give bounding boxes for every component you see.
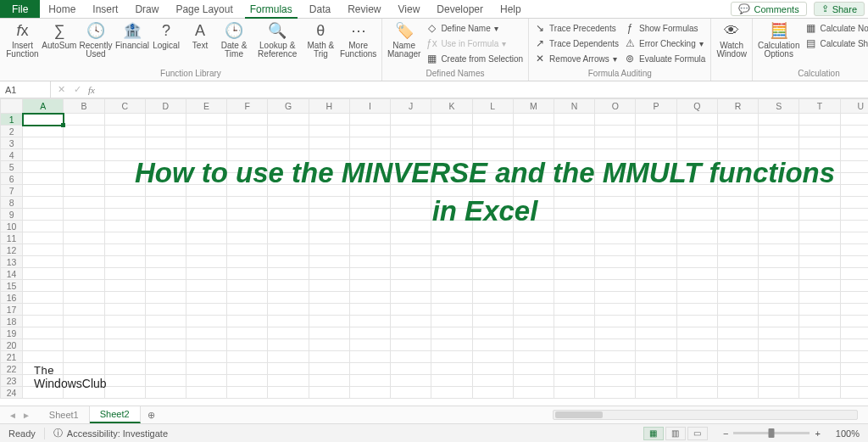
cell[interactable] <box>636 173 676 185</box>
cell[interactable] <box>431 232 472 244</box>
cell[interactable] <box>554 375 594 387</box>
cell[interactable] <box>636 351 676 363</box>
cell[interactable] <box>554 197 594 209</box>
cell[interactable] <box>268 149 309 161</box>
cell[interactable] <box>676 114 717 126</box>
cell[interactable] <box>636 316 676 327</box>
cell[interactable] <box>513 209 554 221</box>
cell[interactable] <box>717 173 758 185</box>
tab-home[interactable]: Home <box>40 0 84 18</box>
cell[interactable] <box>759 256 799 268</box>
evaluate-formula-button[interactable]: ⊚Evaluate Formula <box>624 52 705 65</box>
cell[interactable] <box>309 221 349 232</box>
cell[interactable] <box>186 126 227 137</box>
cell[interactable] <box>268 280 309 292</box>
cell[interactable] <box>23 197 64 209</box>
cell[interactable] <box>759 149 799 161</box>
cell[interactable] <box>799 114 840 126</box>
cell[interactable] <box>145 244 186 256</box>
cell[interactable] <box>759 363 799 375</box>
cell[interactable] <box>799 209 840 221</box>
cell[interactable] <box>391 244 431 256</box>
cell[interactable] <box>145 232 186 244</box>
cell[interactable] <box>554 363 594 375</box>
cell[interactable] <box>799 137 840 149</box>
cell[interactable] <box>23 327 64 339</box>
cell[interactable] <box>513 339 554 351</box>
cell[interactable] <box>349 221 390 232</box>
formula-input[interactable] <box>100 81 868 98</box>
cell[interactable] <box>64 339 104 351</box>
cell[interactable] <box>431 304 472 316</box>
cell[interactable] <box>799 221 840 232</box>
cell[interactable] <box>23 280 64 292</box>
cell[interactable] <box>636 185 676 197</box>
cell[interactable] <box>759 137 799 149</box>
create-from-selection-button[interactable]: ▦Create from Selection <box>426 52 523 65</box>
cell[interactable] <box>391 268 431 280</box>
cell[interactable] <box>64 114 104 126</box>
cell[interactable] <box>513 327 554 339</box>
cell[interactable] <box>23 256 64 268</box>
cell[interactable] <box>799 280 840 292</box>
cell[interactable] <box>472 280 513 292</box>
cell[interactable] <box>595 209 636 221</box>
cell[interactable] <box>595 327 636 339</box>
trace-dependents-button[interactable]: ↗Trace Dependents <box>534 36 619 50</box>
cell[interactable] <box>840 339 868 351</box>
cell[interactable] <box>309 137 349 149</box>
cell[interactable] <box>840 304 868 316</box>
cell[interactable] <box>717 197 758 209</box>
cell[interactable] <box>309 351 349 363</box>
cell[interactable] <box>554 221 594 232</box>
cell[interactable] <box>349 161 390 173</box>
cell[interactable] <box>268 197 309 209</box>
cell[interactable] <box>554 126 594 137</box>
cell[interactable] <box>513 316 554 327</box>
cell[interactable] <box>431 173 472 185</box>
cell[interactable] <box>64 197 104 209</box>
cell[interactable] <box>676 268 717 280</box>
cell[interactable] <box>676 339 717 351</box>
cell[interactable] <box>104 327 145 339</box>
tab-insert[interactable]: Insert <box>84 0 126 18</box>
cell[interactable] <box>268 185 309 197</box>
cell[interactable] <box>636 161 676 173</box>
row-header[interactable]: 9 <box>1 209 23 221</box>
cell[interactable] <box>840 375 868 387</box>
cell[interactable] <box>840 232 868 244</box>
col-header[interactable]: H <box>309 99 349 114</box>
cell[interactable] <box>145 185 186 197</box>
cell[interactable] <box>104 351 145 363</box>
cell[interactable] <box>349 339 390 351</box>
cancel-icon[interactable]: ✕ <box>58 84 65 95</box>
cell[interactable] <box>104 256 145 268</box>
cell[interactable] <box>431 327 472 339</box>
cell[interactable] <box>23 351 64 363</box>
cell[interactable] <box>431 387 472 399</box>
cell[interactable] <box>676 161 717 173</box>
cell[interactable] <box>23 232 64 244</box>
row-header[interactable]: 11 <box>1 232 23 244</box>
cell[interactable] <box>595 316 636 327</box>
cell[interactable] <box>268 292 309 304</box>
cell[interactable] <box>186 292 227 304</box>
row-header[interactable]: 3 <box>1 137 23 149</box>
cell[interactable] <box>309 339 349 351</box>
cell[interactable] <box>391 232 431 244</box>
cell[interactable] <box>554 316 594 327</box>
cell[interactable] <box>554 185 594 197</box>
cell[interactable] <box>759 126 799 137</box>
zoom-in-button[interactable]: + <box>815 428 820 439</box>
name-manager-button[interactable]: 🏷️Name Manager <box>387 21 420 59</box>
col-header[interactable]: K <box>431 99 472 114</box>
cell[interactable] <box>186 161 227 173</box>
cell[interactable] <box>513 304 554 316</box>
cell[interactable] <box>391 339 431 351</box>
cell[interactable] <box>309 185 349 197</box>
cell[interactable] <box>309 363 349 375</box>
cell[interactable] <box>431 280 472 292</box>
cell[interactable] <box>145 280 186 292</box>
cell[interactable] <box>717 304 758 316</box>
cell[interactable] <box>64 149 104 161</box>
